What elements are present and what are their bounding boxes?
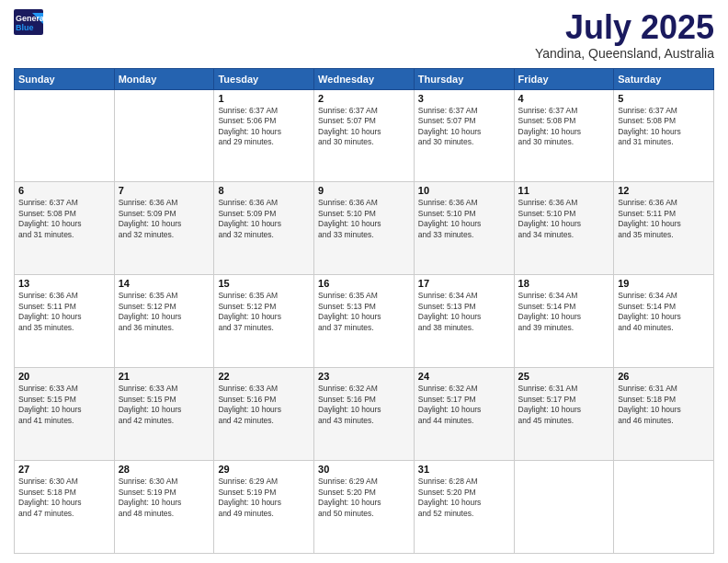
table-row: 26Sunrise: 6:31 AM Sunset: 5:18 PM Dayli…: [614, 368, 714, 461]
table-row: 29Sunrise: 6:29 AM Sunset: 5:19 PM Dayli…: [214, 461, 314, 554]
day-content: Sunrise: 6:28 AM Sunset: 5:20 PM Dayligh…: [418, 477, 510, 519]
day-number: 27: [18, 464, 110, 475]
day-number: 25: [518, 371, 610, 382]
day-content: Sunrise: 6:37 AM Sunset: 5:08 PM Dayligh…: [518, 106, 610, 148]
svg-text:General: General: [16, 14, 43, 23]
col-friday: Friday: [514, 68, 614, 89]
table-row: [114, 89, 214, 182]
day-number: 30: [318, 464, 410, 475]
day-content: Sunrise: 6:37 AM Sunset: 5:07 PM Dayligh…: [418, 106, 510, 148]
logo-icon: General Blue: [14, 9, 43, 35]
day-number: 10: [418, 185, 510, 196]
table-row: 18Sunrise: 6:34 AM Sunset: 5:14 PM Dayli…: [514, 275, 614, 368]
day-content: Sunrise: 6:36 AM Sunset: 5:11 PM Dayligh…: [18, 291, 110, 333]
day-content: Sunrise: 6:31 AM Sunset: 5:17 PM Dayligh…: [518, 384, 610, 426]
table-row: 15Sunrise: 6:35 AM Sunset: 5:12 PM Dayli…: [214, 275, 314, 368]
table-row: 21Sunrise: 6:33 AM Sunset: 5:15 PM Dayli…: [114, 368, 214, 461]
table-row: 7Sunrise: 6:36 AM Sunset: 5:09 PM Daylig…: [114, 182, 214, 275]
day-number: 26: [618, 371, 710, 382]
day-number: 7: [119, 185, 210, 196]
table-row: 11Sunrise: 6:36 AM Sunset: 5:10 PM Dayli…: [514, 182, 614, 275]
table-row: 16Sunrise: 6:35 AM Sunset: 5:13 PM Dayli…: [314, 275, 415, 368]
table-row: 4Sunrise: 6:37 AM Sunset: 5:08 PM Daylig…: [514, 89, 614, 182]
table-row: 12Sunrise: 6:36 AM Sunset: 5:11 PM Dayli…: [614, 182, 714, 275]
calendar-table: Sunday Monday Tuesday Wednesday Thursday…: [14, 68, 714, 554]
day-content: Sunrise: 6:37 AM Sunset: 5:08 PM Dayligh…: [618, 106, 710, 148]
table-row: 24Sunrise: 6:32 AM Sunset: 5:17 PM Dayli…: [414, 368, 514, 461]
day-number: 2: [318, 93, 410, 104]
day-content: Sunrise: 6:32 AM Sunset: 5:17 PM Dayligh…: [418, 384, 510, 426]
calendar-week-row: 1Sunrise: 6:37 AM Sunset: 5:06 PM Daylig…: [15, 89, 714, 182]
day-content: Sunrise: 6:31 AM Sunset: 5:18 PM Dayligh…: [618, 384, 710, 426]
day-content: Sunrise: 6:37 AM Sunset: 5:06 PM Dayligh…: [218, 106, 310, 148]
day-content: Sunrise: 6:30 AM Sunset: 5:18 PM Dayligh…: [18, 477, 110, 519]
table-row: 30Sunrise: 6:29 AM Sunset: 5:20 PM Dayli…: [314, 461, 415, 554]
day-content: Sunrise: 6:34 AM Sunset: 5:14 PM Dayligh…: [618, 291, 710, 333]
day-content: Sunrise: 6:33 AM Sunset: 5:15 PM Dayligh…: [119, 384, 210, 426]
table-row: [614, 461, 714, 554]
table-row: 19Sunrise: 6:34 AM Sunset: 5:14 PM Dayli…: [614, 275, 714, 368]
month-title: July 2025: [535, 9, 714, 46]
day-number: 15: [218, 278, 310, 289]
col-saturday: Saturday: [614, 68, 714, 89]
day-number: 17: [418, 278, 510, 289]
table-row: 27Sunrise: 6:30 AM Sunset: 5:18 PM Dayli…: [15, 461, 115, 554]
col-thursday: Thursday: [414, 68, 514, 89]
day-content: Sunrise: 6:32 AM Sunset: 5:16 PM Dayligh…: [318, 384, 410, 426]
day-content: Sunrise: 6:37 AM Sunset: 5:07 PM Dayligh…: [318, 106, 410, 148]
day-number: 8: [218, 185, 310, 196]
day-number: 20: [18, 371, 110, 382]
day-number: 6: [18, 185, 110, 196]
table-row: 13Sunrise: 6:36 AM Sunset: 5:11 PM Dayli…: [15, 275, 115, 368]
day-number: 13: [18, 278, 110, 289]
day-content: Sunrise: 6:36 AM Sunset: 5:09 PM Dayligh…: [218, 198, 310, 240]
day-number: 21: [119, 371, 210, 382]
table-row: [514, 461, 614, 554]
day-content: Sunrise: 6:36 AM Sunset: 5:11 PM Dayligh…: [618, 198, 710, 240]
day-number: 4: [518, 93, 610, 104]
col-sunday: Sunday: [15, 68, 115, 89]
calendar-week-row: 6Sunrise: 6:37 AM Sunset: 5:08 PM Daylig…: [15, 182, 714, 275]
day-content: Sunrise: 6:33 AM Sunset: 5:16 PM Dayligh…: [218, 384, 310, 426]
day-content: Sunrise: 6:35 AM Sunset: 5:12 PM Dayligh…: [119, 291, 210, 333]
day-number: 14: [119, 278, 210, 289]
table-row: 28Sunrise: 6:30 AM Sunset: 5:19 PM Dayli…: [114, 461, 214, 554]
day-content: Sunrise: 6:37 AM Sunset: 5:08 PM Dayligh…: [18, 198, 110, 240]
day-content: Sunrise: 6:36 AM Sunset: 5:10 PM Dayligh…: [518, 198, 610, 240]
svg-text:Blue: Blue: [16, 23, 34, 32]
day-number: 31: [418, 464, 510, 475]
table-row: 14Sunrise: 6:35 AM Sunset: 5:12 PM Dayli…: [114, 275, 214, 368]
calendar-body: 1Sunrise: 6:37 AM Sunset: 5:06 PM Daylig…: [15, 89, 714, 553]
table-row: 17Sunrise: 6:34 AM Sunset: 5:13 PM Dayli…: [414, 275, 514, 368]
day-number: 22: [218, 371, 310, 382]
day-number: 19: [618, 278, 710, 289]
table-row: [15, 89, 115, 182]
calendar-week-row: 27Sunrise: 6:30 AM Sunset: 5:18 PM Dayli…: [15, 461, 714, 554]
day-content: Sunrise: 6:34 AM Sunset: 5:13 PM Dayligh…: [418, 291, 510, 333]
table-row: 31Sunrise: 6:28 AM Sunset: 5:20 PM Dayli…: [414, 461, 514, 554]
calendar-week-row: 13Sunrise: 6:36 AM Sunset: 5:11 PM Dayli…: [15, 275, 714, 368]
day-content: Sunrise: 6:34 AM Sunset: 5:14 PM Dayligh…: [518, 291, 610, 333]
table-row: 5Sunrise: 6:37 AM Sunset: 5:08 PM Daylig…: [614, 89, 714, 182]
day-number: 24: [418, 371, 510, 382]
day-number: 1: [218, 93, 310, 104]
table-row: 6Sunrise: 6:37 AM Sunset: 5:08 PM Daylig…: [15, 182, 115, 275]
table-row: 20Sunrise: 6:33 AM Sunset: 5:15 PM Dayli…: [15, 368, 115, 461]
day-number: 3: [418, 93, 510, 104]
day-content: Sunrise: 6:29 AM Sunset: 5:19 PM Dayligh…: [218, 477, 310, 519]
day-number: 29: [218, 464, 310, 475]
table-row: 2Sunrise: 6:37 AM Sunset: 5:07 PM Daylig…: [314, 89, 415, 182]
day-number: 9: [318, 185, 410, 196]
table-row: 10Sunrise: 6:36 AM Sunset: 5:10 PM Dayli…: [414, 182, 514, 275]
page: General Blue July 2025 Yandina, Queensla…: [0, 0, 728, 563]
day-number: 18: [518, 278, 610, 289]
day-number: 16: [318, 278, 410, 289]
calendar-header-row: Sunday Monday Tuesday Wednesday Thursday…: [15, 68, 714, 89]
day-content: Sunrise: 6:35 AM Sunset: 5:12 PM Dayligh…: [218, 291, 310, 333]
day-content: Sunrise: 6:33 AM Sunset: 5:15 PM Dayligh…: [18, 384, 110, 426]
day-content: Sunrise: 6:35 AM Sunset: 5:13 PM Dayligh…: [318, 291, 410, 333]
day-content: Sunrise: 6:29 AM Sunset: 5:20 PM Dayligh…: [318, 477, 410, 519]
day-content: Sunrise: 6:36 AM Sunset: 5:10 PM Dayligh…: [318, 198, 410, 240]
logo: General Blue: [14, 9, 43, 35]
table-row: 9Sunrise: 6:36 AM Sunset: 5:10 PM Daylig…: [314, 182, 415, 275]
